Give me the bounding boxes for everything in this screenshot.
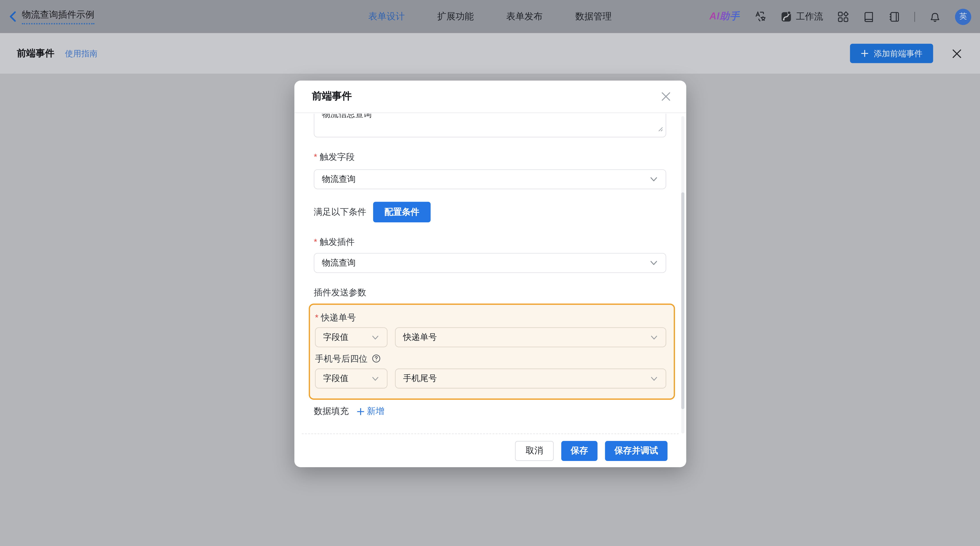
tab-data-manage[interactable]: 数据管理 bbox=[575, 11, 612, 22]
required-asterisk: * bbox=[314, 237, 317, 247]
param-field-value: 快递单号 bbox=[403, 332, 437, 343]
navbar-left: 物流查询插件示例 bbox=[0, 9, 94, 24]
configure-condition-button[interactable]: 配置条件 bbox=[373, 202, 431, 222]
panel-title: 前端事件 bbox=[17, 48, 54, 59]
required-asterisk: * bbox=[314, 152, 317, 162]
modal-scrollbar-track[interactable] bbox=[681, 116, 684, 433]
chevron-down-icon bbox=[649, 259, 658, 267]
data-fill-row: 数据填充 新增 bbox=[314, 406, 384, 417]
event-name-textarea[interactable]: 物流信息查询 bbox=[314, 114, 667, 138]
tab-form-design[interactable]: 表单设计 bbox=[368, 11, 405, 22]
notification-bell-icon[interactable] bbox=[929, 11, 941, 22]
chevron-down-icon bbox=[650, 375, 658, 383]
required-asterisk: * bbox=[315, 312, 318, 322]
data-fill-label: 数据填充 bbox=[314, 406, 349, 417]
event-name-value: 物流信息查询 bbox=[322, 114, 372, 119]
plugin-params-box: * 快递单号 字段值 快递单号 手机号后四位 bbox=[309, 303, 675, 400]
apps-grid-icon[interactable] bbox=[837, 11, 849, 22]
modal-body: 物流信息查询 * 触发字段 物流查询 满足以下条件 配置条件 * bbox=[294, 114, 686, 433]
condition-row: 满足以下条件 配置条件 bbox=[314, 202, 431, 222]
modal-title: 前端事件 bbox=[312, 90, 352, 103]
param-phone-tail-field-select[interactable]: 手机尾号 bbox=[395, 368, 666, 389]
trigger-plugin-label: * 触发插件 bbox=[314, 237, 355, 247]
translate-icon[interactable] bbox=[754, 11, 766, 22]
trigger-field-value: 物流查询 bbox=[322, 174, 356, 185]
condition-label: 满足以下条件 bbox=[314, 206, 373, 218]
save-and-debug-button[interactable]: 保存并调试 bbox=[605, 441, 668, 461]
cancel-button[interactable]: 取消 bbox=[515, 441, 554, 461]
book-icon[interactable] bbox=[863, 11, 874, 22]
plus-icon bbox=[861, 49, 869, 57]
add-frontend-event-button[interactable]: 添加前端事件 bbox=[850, 44, 933, 63]
modal-scrollbar-thumb[interactable] bbox=[681, 192, 684, 409]
resize-handle-icon[interactable] bbox=[658, 123, 663, 135]
param-phone-tail-type-select[interactable]: 字段值 bbox=[315, 368, 388, 389]
main-tabs: 表单设计 扩展功能 表单发布 数据管理 bbox=[368, 11, 612, 22]
usage-guide-link[interactable]: 使用指南 bbox=[65, 48, 97, 59]
frontend-event-panel-header: 前端事件 使用指南 添加前端事件 bbox=[0, 33, 980, 75]
param-express-no-type-select[interactable]: 字段值 bbox=[315, 327, 388, 347]
chevron-down-icon bbox=[371, 333, 379, 341]
add-frontend-event-label: 添加前端事件 bbox=[874, 48, 923, 59]
modal-header: 前端事件 bbox=[294, 81, 686, 113]
modal-footer: 取消 保存 保存并调试 bbox=[302, 433, 679, 467]
trigger-plugin-select[interactable]: 物流查询 bbox=[314, 253, 667, 273]
trigger-plugin-value: 物流查询 bbox=[322, 257, 356, 269]
tab-extensions[interactable]: 扩展功能 bbox=[437, 11, 474, 22]
navbar-right: AI助手 工作流 bbox=[710, 8, 980, 25]
trigger-field-select[interactable]: 物流查询 bbox=[314, 169, 667, 189]
top-navbar: 物流查询插件示例 表单设计 扩展功能 表单发布 数据管理 AI助手 bbox=[0, 0, 980, 33]
app-window: 物流查询插件示例 表单设计 扩展功能 表单发布 数据管理 AI助手 bbox=[0, 0, 980, 546]
workflow-label: 工作流 bbox=[796, 11, 823, 22]
chevron-down-icon bbox=[649, 175, 658, 184]
data-fill-add-link[interactable]: 新增 bbox=[356, 406, 384, 417]
param-express-no-label: * 快递单号 bbox=[315, 312, 356, 322]
param-express-no-field-select[interactable]: 快递单号 bbox=[395, 327, 666, 347]
journal-icon[interactable] bbox=[889, 11, 900, 22]
frontend-event-modal: 前端事件 物流信息查询 * 触发字段 物流查询 bbox=[294, 81, 686, 467]
workflow-icon bbox=[780, 11, 792, 22]
trigger-field-label: * 触发字段 bbox=[314, 152, 355, 162]
back-button[interactable] bbox=[9, 11, 16, 22]
save-button[interactable]: 保存 bbox=[561, 441, 598, 461]
app-title: 物流查询插件示例 bbox=[22, 9, 94, 24]
params-section-label: 插件发送参数 bbox=[314, 287, 366, 297]
back-chevron-icon bbox=[9, 11, 16, 22]
user-avatar[interactable]: 英 bbox=[955, 8, 971, 25]
panel-close-icon[interactable] bbox=[952, 48, 962, 58]
workflow-button[interactable]: 工作流 bbox=[780, 11, 823, 22]
panel-header-right: 添加前端事件 bbox=[850, 44, 963, 63]
help-question-icon[interactable] bbox=[372, 354, 381, 363]
param-type-value: 字段值 bbox=[323, 332, 348, 343]
tab-form-publish[interactable]: 表单发布 bbox=[506, 11, 543, 22]
plus-icon bbox=[356, 407, 365, 416]
param-field-value: 手机尾号 bbox=[403, 373, 437, 384]
ai-assistant-button[interactable]: AI助手 bbox=[710, 10, 740, 23]
navbar-divider bbox=[914, 11, 915, 22]
modal-close-icon[interactable] bbox=[661, 92, 671, 101]
param-phone-tail-label: 手机号后四位 bbox=[315, 354, 381, 363]
param-type-value: 字段值 bbox=[323, 373, 348, 384]
chevron-down-icon bbox=[650, 333, 658, 341]
chevron-down-icon bbox=[371, 375, 379, 383]
